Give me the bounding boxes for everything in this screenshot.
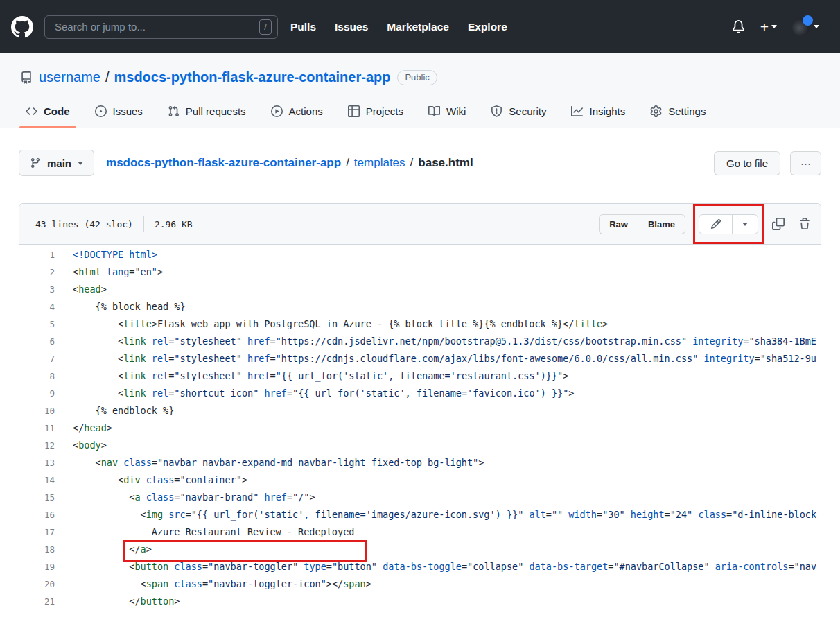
branch-selector[interactable]: main xyxy=(19,150,94,176)
line-number[interactable]: 20 xyxy=(19,575,55,593)
tab-label: Projects xyxy=(366,105,403,117)
line-number[interactable]: 13 xyxy=(19,454,55,471)
tab-projects[interactable]: Projects xyxy=(342,96,410,128)
github-logo-icon[interactable] xyxy=(11,16,33,38)
search-input[interactable] xyxy=(53,20,234,33)
line-number[interactable]: 5 xyxy=(19,315,55,333)
breadcrumb-repo-link[interactable]: msdocs-python-flask-azure-container-app xyxy=(106,156,341,170)
chevron-down-icon xyxy=(742,223,748,226)
table-icon xyxy=(348,105,360,117)
code-lines: 1<!DOCTYPE html>2<html lang="en">3<head>… xyxy=(19,246,821,610)
tab-settings[interactable]: Settings xyxy=(644,96,712,128)
tab-label: Security xyxy=(509,105,546,117)
line-number[interactable]: 14 xyxy=(19,471,55,489)
breadcrumb-file-name: base.html xyxy=(418,156,473,170)
line-number[interactable]: 18 xyxy=(19,541,55,558)
code-line: 1<!DOCTYPE html> xyxy=(19,246,821,263)
breadcrumb: msdocs-python-flask-azure-container-app … xyxy=(106,156,473,170)
line-number[interactable]: 10 xyxy=(19,402,55,419)
breadcrumb-separator: / xyxy=(346,156,349,170)
file-nav-row: main msdocs-python-flask-azure-container… xyxy=(19,150,821,176)
avatar xyxy=(792,18,810,36)
code-line: 16 <img src="{{ url_for('static', filena… xyxy=(19,506,821,523)
line-number[interactable]: 9 xyxy=(19,385,55,402)
tab-label: Wiki xyxy=(446,105,466,117)
pencil-icon xyxy=(710,218,721,229)
repo-header-zone: username / msdocs-python-flask-azure-con… xyxy=(0,53,840,128)
delete-file-button[interactable] xyxy=(798,218,811,230)
code-text: <body> xyxy=(55,437,821,454)
repo-name-link[interactable]: msdocs-python-flask-azure-container-app xyxy=(114,69,391,85)
line-number[interactable]: 8 xyxy=(19,367,55,385)
raw-button[interactable]: Raw xyxy=(600,215,638,234)
line-number[interactable]: 19 xyxy=(19,558,55,575)
copy-file-button[interactable] xyxy=(772,218,785,230)
tab-security[interactable]: Security xyxy=(484,96,552,128)
copy-icon xyxy=(772,218,785,230)
issue-opened-icon xyxy=(95,105,107,117)
code-text: {% endblock %} xyxy=(55,402,821,419)
line-number[interactable]: 15 xyxy=(19,489,55,506)
code-text: </button> xyxy=(55,593,821,610)
line-number[interactable]: 1 xyxy=(19,246,55,263)
code-line: 4 {% block head %} xyxy=(19,298,821,315)
kebab-menu-button[interactable]: ··· xyxy=(790,151,821,175)
go-to-file-button[interactable]: Go to file xyxy=(714,151,780,175)
code-line: 3<head> xyxy=(19,281,821,298)
blame-button[interactable]: Blame xyxy=(638,215,685,234)
code-text: {% block head %} xyxy=(55,298,821,315)
tab-issues[interactable]: Issues xyxy=(89,96,149,128)
plus-icon: + xyxy=(760,19,769,34)
code-line: 21 </button> xyxy=(19,593,821,610)
tab-label: Actions xyxy=(289,105,323,117)
code-line: 11</head> xyxy=(19,419,821,437)
line-number[interactable]: 17 xyxy=(19,523,55,541)
line-number[interactable]: 16 xyxy=(19,506,55,523)
tab-actions[interactable]: Actions xyxy=(265,96,329,128)
shield-icon xyxy=(491,105,502,117)
top-nav: Pulls Issues Marketplace Explore xyxy=(290,21,507,33)
repo-owner-link[interactable]: username xyxy=(39,69,100,85)
line-number[interactable]: 7 xyxy=(19,350,55,367)
breadcrumb-folder-link[interactable]: templates xyxy=(354,156,405,170)
repo-separator: / xyxy=(105,69,110,85)
tab-wiki[interactable]: Wiki xyxy=(422,96,472,128)
repo-tabs: Code Issues Pull requests Actions Projec… xyxy=(0,96,840,128)
code-line: 7 <link rel="stylesheet" href="https://c… xyxy=(19,350,821,367)
nav-link-pulls[interactable]: Pulls xyxy=(290,21,316,33)
nav-link-marketplace[interactable]: Marketplace xyxy=(387,21,449,33)
nav-link-issues[interactable]: Issues xyxy=(335,21,368,33)
line-number[interactable]: 21 xyxy=(19,593,55,610)
line-number[interactable]: 6 xyxy=(19,333,55,350)
profile-menu[interactable] xyxy=(792,18,819,36)
line-number[interactable]: 12 xyxy=(19,437,55,454)
bell-icon[interactable] xyxy=(732,20,745,33)
code-text: <a class="navbar-brand" href="/"> xyxy=(55,489,821,506)
code-text: <link rel="stylesheet" href="https://cdn… xyxy=(55,350,821,367)
visibility-badge: Public xyxy=(397,70,437,85)
code-text: </head> xyxy=(55,419,821,437)
code-line: 18 </a> xyxy=(19,541,821,558)
line-number[interactable]: 3 xyxy=(19,281,55,298)
create-new-menu[interactable]: + xyxy=(760,19,777,34)
edit-file-button[interactable] xyxy=(699,215,732,234)
line-number[interactable]: 2 xyxy=(19,263,55,281)
search-box: / xyxy=(44,15,278,39)
code-text: <img src="{{ url_for('static', filename=… xyxy=(55,506,821,523)
edit-button-group xyxy=(699,214,758,234)
nav-link-explore[interactable]: Explore xyxy=(468,21,507,33)
tab-pull-requests[interactable]: Pull requests xyxy=(161,96,252,128)
code-text: <html lang="en"> xyxy=(55,263,821,281)
main-content: main msdocs-python-flask-azure-container… xyxy=(0,150,840,610)
line-number[interactable]: 4 xyxy=(19,298,55,315)
tab-label: Code xyxy=(44,105,70,117)
code-text: <link rel="stylesheet" href="{{ url_for(… xyxy=(55,367,821,385)
tab-code[interactable]: Code xyxy=(19,96,76,128)
tab-insights[interactable]: Insights xyxy=(565,96,631,128)
line-number[interactable]: 11 xyxy=(19,419,55,437)
code-line: 6 <link rel="stylesheet" href="https://c… xyxy=(19,333,821,350)
file-box: 43 lines (42 sloc) 2.96 KB Raw Blame xyxy=(19,203,821,610)
raw-blame-group: Raw Blame xyxy=(599,214,685,234)
edit-dropdown-button[interactable] xyxy=(732,215,758,234)
graph-icon xyxy=(571,105,583,117)
